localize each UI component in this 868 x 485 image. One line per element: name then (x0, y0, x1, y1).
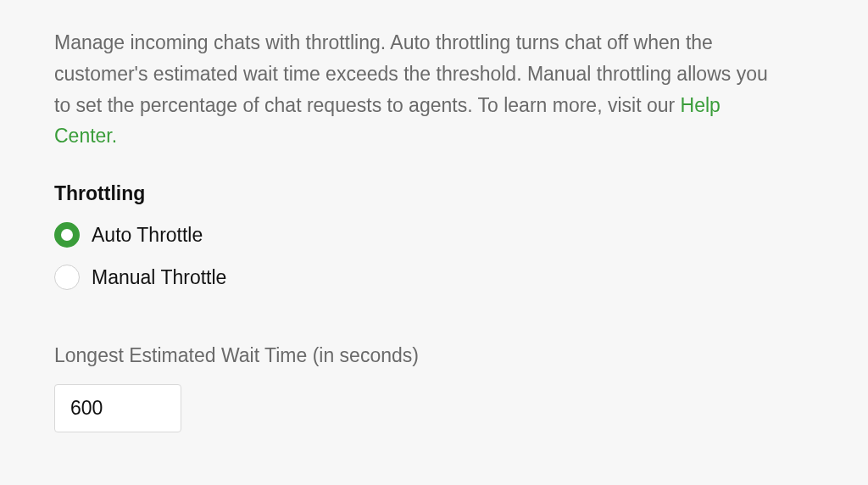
description-text: Manage incoming chats with throttling. A… (54, 31, 768, 116)
throttling-section-title: Throttling (54, 182, 814, 205)
manual-throttle-option[interactable]: Manual Throttle (54, 265, 814, 290)
wait-time-input[interactable] (54, 384, 181, 432)
manual-throttle-label: Manual Throttle (92, 266, 226, 289)
radio-selected-icon (54, 222, 80, 248)
auto-throttle-option[interactable]: Auto Throttle (54, 222, 814, 248)
wait-time-label: Longest Estimated Wait Time (in seconds) (54, 344, 814, 367)
wait-time-field: Longest Estimated Wait Time (in seconds) (54, 344, 814, 432)
auto-throttle-label: Auto Throttle (92, 224, 203, 247)
throttling-radio-group: Auto Throttle Manual Throttle (54, 222, 814, 290)
throttling-description: Manage incoming chats with throttling. A… (54, 27, 783, 152)
radio-unselected-icon (54, 265, 80, 290)
